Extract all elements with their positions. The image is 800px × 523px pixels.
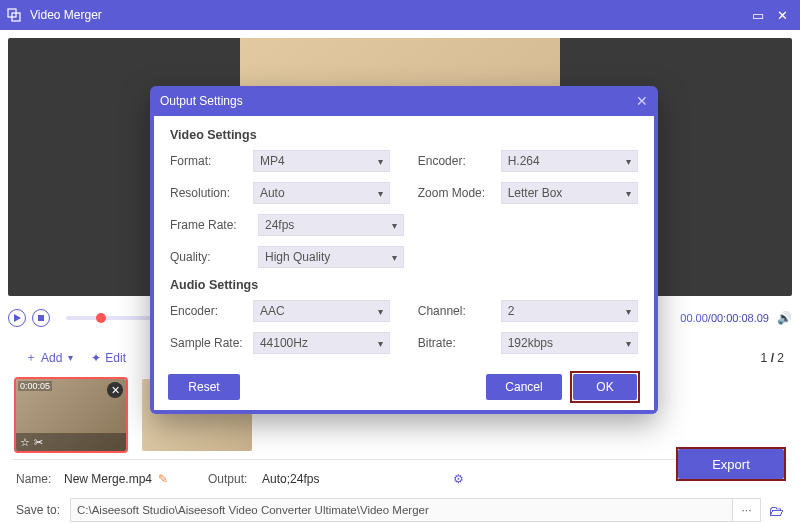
- audio-encoder-label: Encoder:: [170, 304, 243, 318]
- save-label: Save to:: [16, 503, 70, 517]
- seek-handle[interactable]: [96, 313, 106, 323]
- format-select[interactable]: MP4▾: [253, 150, 390, 172]
- ok-button[interactable]: OK: [573, 374, 637, 400]
- resolution-label: Resolution:: [170, 186, 243, 200]
- gear-icon[interactable]: ⚙: [453, 472, 464, 486]
- thumbnail[interactable]: 0:00:05 ✕ ☆✂: [16, 379, 126, 451]
- window-close-icon[interactable]: ✕: [770, 8, 794, 23]
- chevron-down-icon: ▾: [626, 306, 631, 317]
- resolution-select[interactable]: Auto▾: [253, 182, 390, 204]
- app-title: Video Merger: [30, 8, 102, 22]
- output-value: Auto;24fps: [262, 472, 319, 486]
- sample-rate-select[interactable]: 44100Hz▾: [253, 332, 390, 354]
- zoom-label: Zoom Mode:: [418, 186, 491, 200]
- chevron-down-icon: ▾: [68, 352, 73, 363]
- reset-button[interactable]: Reset: [168, 374, 240, 400]
- chevron-down-icon: ▾: [626, 188, 631, 199]
- dialog-footer: Reset Cancel OK: [154, 364, 654, 410]
- app-icon: [6, 7, 22, 23]
- thumb-remove-icon[interactable]: ✕: [107, 382, 123, 398]
- close-icon[interactable]: ✕: [636, 93, 648, 109]
- titlebar: Video Merger ▭ ✕: [0, 0, 800, 30]
- zoom-select[interactable]: Letter Box▾: [501, 182, 638, 204]
- bitrate-label: Bitrate:: [418, 336, 491, 350]
- encoder-label: Encoder:: [418, 154, 491, 168]
- frame-rate-label: Frame Rate:: [170, 218, 248, 232]
- chevron-down-icon: ▾: [626, 156, 631, 167]
- star-icon[interactable]: ☆: [20, 436, 30, 449]
- name-label: Name:: [16, 472, 64, 486]
- window-minimize-icon[interactable]: ▭: [746, 8, 770, 23]
- chevron-down-icon: ▾: [378, 188, 383, 199]
- svg-rect-3: [38, 315, 44, 321]
- frame-rate-select[interactable]: 24fps▾: [258, 214, 404, 236]
- open-folder-icon[interactable]: 🗁: [769, 502, 784, 519]
- chevron-down-icon: ▾: [392, 220, 397, 231]
- add-button[interactable]: ＋Add▾: [16, 344, 82, 371]
- volume-icon[interactable]: 🔊: [777, 311, 792, 325]
- output-settings-dialog: Output Settings ✕ Video Settings Format:…: [150, 86, 658, 414]
- ok-highlight: OK: [570, 371, 640, 403]
- quality-label: Quality:: [170, 250, 248, 264]
- svg-marker-2: [14, 314, 21, 322]
- chevron-down-icon: ▾: [378, 338, 383, 349]
- save-path-input[interactable]: [70, 498, 733, 522]
- stop-button[interactable]: [32, 309, 50, 327]
- video-settings-heading: Video Settings: [170, 128, 638, 142]
- audio-settings-heading: Audio Settings: [170, 278, 638, 292]
- audio-encoder-select[interactable]: AAC▾: [253, 300, 390, 322]
- encoder-select[interactable]: H.264▾: [501, 150, 638, 172]
- channel-label: Channel:: [418, 304, 491, 318]
- export-button[interactable]: Export: [678, 449, 784, 479]
- output-label: Output:: [208, 472, 262, 486]
- chevron-down-icon: ▾: [392, 252, 397, 263]
- chevron-down-icon: ▾: [378, 306, 383, 317]
- dialog-titlebar: Output Settings ✕: [150, 86, 658, 116]
- pager: 1 / 2: [761, 351, 784, 365]
- rename-icon[interactable]: ✎: [158, 472, 168, 486]
- cancel-button[interactable]: Cancel: [486, 374, 562, 400]
- sample-rate-label: Sample Rate:: [170, 336, 243, 350]
- dialog-title: Output Settings: [160, 94, 243, 108]
- browse-more-button[interactable]: ···: [733, 498, 761, 522]
- thumb-timestamp: 0:00:05: [18, 381, 52, 391]
- scissors-icon[interactable]: ✂: [34, 436, 43, 449]
- channel-select[interactable]: 2▾: [501, 300, 638, 322]
- format-label: Format:: [170, 154, 243, 168]
- edit-button[interactable]: ✦Edit: [82, 346, 135, 370]
- name-value: New Merge.mp4: [64, 472, 152, 486]
- quality-select[interactable]: High Quality▾: [258, 246, 404, 268]
- chevron-down-icon: ▾: [378, 156, 383, 167]
- chevron-down-icon: ▾: [626, 338, 631, 349]
- time-display: 00.00/00:00:08.09: [649, 312, 769, 324]
- wand-icon: ✦: [91, 351, 101, 365]
- play-button[interactable]: [8, 309, 26, 327]
- bitrate-select[interactable]: 192kbps▾: [501, 332, 638, 354]
